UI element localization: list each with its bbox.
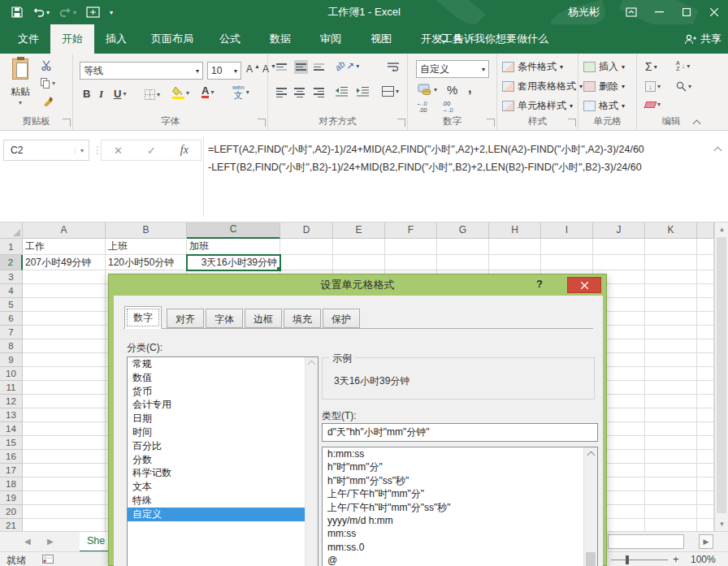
column-header-D[interactable]: D	[280, 223, 333, 239]
dialog-tab-3[interactable]: 字体	[206, 309, 243, 328]
find-select-button[interactable]: ▾	[676, 81, 691, 92]
increase-decimal-button[interactable]: ←.0.00	[416, 101, 427, 114]
row-header-9[interactable]: 9	[0, 353, 23, 367]
align-right-icon[interactable]	[314, 86, 324, 99]
dialog-tab-4[interactable]: 边框	[245, 309, 282, 328]
cell-A9[interactable]	[23, 353, 106, 367]
ribbon-tab-2[interactable]: 插入	[94, 24, 138, 54]
italic-button[interactable]: I	[99, 88, 103, 101]
column-header-K[interactable]: K	[645, 223, 697, 239]
cell-A15[interactable]	[23, 436, 106, 450]
underline-button[interactable]: U▾	[114, 88, 126, 100]
scroll-down-icon[interactable]: ▼	[715, 517, 728, 531]
dialog-tab-1[interactable]: 数字	[124, 306, 162, 329]
ribbon-tab-5[interactable]: 数据	[258, 24, 302, 54]
cell-x15[interactable]	[697, 436, 714, 450]
phonetic-guide-button[interactable]: wén文▾	[232, 84, 249, 100]
dialog-help-button[interactable]: ?	[536, 278, 543, 290]
category-item-9[interactable]: 科学记数	[128, 466, 318, 480]
cell-C2[interactable]: 3天16小时39分钟	[187, 255, 280, 270]
column-header-B[interactable]: B	[106, 223, 187, 239]
decrease-indent-icon[interactable]	[335, 86, 349, 97]
accounting-format-button[interactable]: ▾	[418, 84, 437, 95]
insert-cells-button[interactable]: 插入▾	[583, 60, 625, 74]
cell-F2[interactable]	[385, 255, 437, 270]
name-box[interactable]: C2 ▾	[3, 140, 89, 161]
category-item-6[interactable]: 时间	[128, 426, 318, 439]
format-item-8[interactable]: mm:ss.0	[323, 541, 583, 554]
row-header-16[interactable]: 16	[0, 450, 23, 464]
cell-K20[interactable]	[645, 505, 697, 519]
row-header-14[interactable]: 14	[0, 422, 23, 436]
share-button[interactable]: 共享	[684, 24, 722, 54]
cell-A12[interactable]	[23, 395, 106, 408]
category-item-2[interactable]: 数值	[128, 371, 318, 385]
formula-text-line2[interactable]: -LEFT(B2,FIND("小时",B2)-1)/24+MID(B2,FIND…	[208, 161, 696, 175]
cell-B1[interactable]: 上班	[106, 239, 187, 255]
fill-handle[interactable]	[276, 266, 280, 270]
format-item-5[interactable]: 上午/下午h"时"mm"分"ss"秒"	[323, 501, 583, 514]
cell-K14[interactable]	[645, 422, 697, 436]
paste-button[interactable]: 粘贴 ▾	[6, 58, 34, 109]
column-header-C[interactable]: C	[187, 223, 280, 239]
row-header-10[interactable]: 10	[0, 367, 23, 381]
cell-K19[interactable]	[645, 491, 697, 505]
row-header-15[interactable]: 15	[0, 436, 23, 450]
zoom-slider-thumb[interactable]	[626, 555, 629, 564]
align-left-icon[interactable]	[276, 86, 287, 99]
cell-A13[interactable]	[23, 408, 106, 422]
name-box-dropdown-icon[interactable]: ▾	[75, 147, 89, 154]
vertical-scrollbar[interactable]: ▲ ▼	[714, 223, 728, 531]
cell-H1[interactable]	[489, 239, 541, 255]
format-item-1[interactable]: h:mm:ss	[323, 447, 583, 460]
category-item-3[interactable]: 货币	[128, 385, 318, 399]
column-header-G[interactable]: G	[437, 223, 489, 239]
dialog-close-button[interactable]	[567, 277, 601, 293]
comma-style-button[interactable]: ,	[468, 81, 471, 96]
next-sheet-icon[interactable]: ▶	[47, 537, 54, 546]
cell-x1[interactable]	[697, 239, 714, 255]
cell-x9[interactable]	[697, 353, 714, 367]
cut-button[interactable]	[41, 60, 52, 71]
row-header-8[interactable]: 8	[0, 339, 23, 353]
cell-K1[interactable]	[645, 239, 697, 255]
cell-A18[interactable]	[23, 477, 106, 491]
row-header-17[interactable]: 17	[0, 464, 23, 477]
orientation-button[interactable]: ab↗▾	[335, 60, 359, 71]
ribbon-tab-6[interactable]: 审阅	[309, 24, 353, 54]
cell-G1[interactable]	[437, 239, 489, 255]
cell-K18[interactable]	[645, 477, 697, 491]
row-header-20[interactable]: 20	[0, 505, 23, 519]
cell-A8[interactable]	[23, 339, 106, 353]
cell-K15[interactable]	[645, 436, 697, 450]
row-header-12[interactable]: 12	[0, 395, 23, 408]
font-name-combo[interactable]: 等线▾	[80, 62, 203, 80]
cell-x2[interactable]	[697, 255, 714, 270]
cell-K9[interactable]	[645, 353, 697, 367]
cell-x5[interactable]	[697, 298, 714, 312]
row-header-21[interactable]: 21	[0, 519, 23, 531]
ribbon-display-options-icon[interactable]	[618, 0, 645, 24]
cell-K17[interactable]	[645, 464, 697, 477]
sheet-tab[interactable]: She	[80, 532, 112, 552]
cell-A7[interactable]	[23, 326, 106, 339]
cell-K8[interactable]	[645, 339, 697, 353]
cell-x12[interactable]	[697, 395, 714, 408]
font-size-combo[interactable]: 10▾	[207, 62, 241, 80]
row-header-3[interactable]: 3	[0, 270, 23, 284]
cell-x10[interactable]	[697, 367, 714, 381]
cell-x16[interactable]	[697, 450, 714, 464]
cell-A20[interactable]	[23, 505, 106, 519]
category-scrollbar[interactable]	[305, 357, 318, 566]
cell-styles-button[interactable]: 单元格样式▾	[502, 99, 573, 113]
cell-C1[interactable]: 加班	[187, 239, 280, 255]
category-item-11[interactable]: 特殊	[128, 494, 318, 508]
cell-K11[interactable]	[645, 381, 697, 395]
enter-formula-icon[interactable]: ✓	[147, 145, 156, 157]
category-item-1[interactable]: 常规	[128, 357, 318, 371]
bold-button[interactable]: B	[83, 88, 90, 100]
zoom-level[interactable]: 100%	[691, 554, 716, 565]
cell-K7[interactable]	[645, 326, 697, 339]
dialog-tab-5[interactable]: 填充	[284, 309, 321, 328]
cell-x19[interactable]	[697, 491, 714, 505]
